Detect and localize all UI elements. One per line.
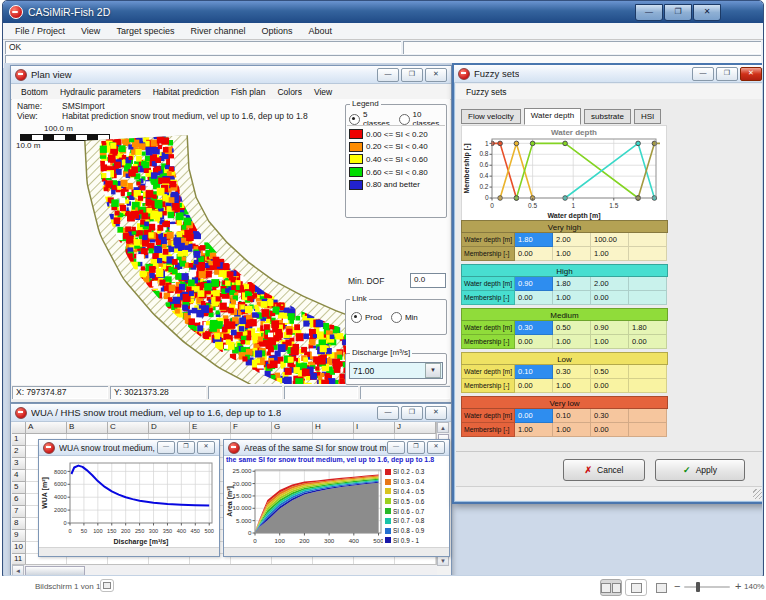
plan-close-button[interactable]: ✕ [425,68,447,82]
fuzzy-value-cell[interactable]: 1.00 [553,335,591,349]
tab-substrate[interactable]: substrate [584,109,631,124]
column-header-H[interactable]: H [313,422,354,434]
plan-menu-fish-plan[interactable]: Fish plan [225,87,272,97]
plan-minimize-button[interactable]: — [377,68,399,82]
fuzzy-minimize-button[interactable]: — [692,67,714,81]
fuzzy-value-cell[interactable]: 0.50 [553,321,591,335]
zoom-slider-thumb[interactable] [696,582,700,592]
screen-icon[interactable] [100,579,114,592]
fuzzy-value-cell[interactable]: 0.50 [591,365,629,379]
menu-river-channel[interactable]: River channel [182,25,253,37]
fuzzy-value-cell[interactable] [629,291,667,305]
fuzzy-value-cell[interactable]: 1.00 [553,379,591,393]
zoom-in-icon[interactable]: + [735,580,741,592]
column-header-E[interactable]: E [190,422,231,434]
fuzzy-value-cell[interactable] [629,379,667,393]
main-titlebar[interactable]: CASiMiR-Fish 2D — ❐ ✕ [3,1,763,23]
resize-grip[interactable] [753,489,762,499]
fuzzy-maximize-button[interactable]: ❐ [716,67,738,81]
fuzzy-value-cell[interactable]: 0.10 [553,409,591,423]
apply-button[interactable]: ✓ Apply [655,459,745,481]
close-button[interactable]: ✕ [693,4,721,21]
fuzzy-value-cell[interactable]: 0.00 [591,423,629,437]
radio-5-classes[interactable] [349,114,360,125]
row-header-4[interactable]: 4 [12,470,26,482]
radio-min[interactable] [391,312,402,323]
row-header-3[interactable]: 3 [12,458,26,470]
plan-menu-hydraulic-parameters[interactable]: Hydraulic parameters [54,87,147,97]
two-page-view-icon[interactable] [600,579,622,596]
fuzzy-value-cell[interactable]: 0.00 [515,409,553,423]
tab-flow-velocity[interactable]: Flow velocity [461,109,521,124]
column-header-F[interactable]: F [231,422,272,434]
column-header-J[interactable]: J [395,422,436,434]
plan-menu-bottom[interactable]: Bottom [15,87,54,97]
fuzzy-value-cell[interactable]: 0.00 [591,291,629,305]
row-header-5[interactable]: 5 [12,482,26,494]
fuzzy-value-cell[interactable]: 0.00 [591,379,629,393]
cancel-button[interactable]: ✗ Cancel [563,459,645,481]
row-header-7[interactable]: 7 [12,506,26,518]
fuzzy-titlebar[interactable]: Fuzzy sets — ❐ ✕ [454,65,762,83]
fuzzy-value-cell[interactable]: 1.00 [515,423,553,437]
scroll-left-icon[interactable]: ◄ [12,565,24,575]
single-page-view-icon[interactable] [625,579,647,596]
fuzzy-value-cell[interactable]: 0.90 [515,277,553,291]
fuzzy-close-button[interactable]: ✕ [740,67,762,81]
minimize-button[interactable]: — [157,441,175,454]
maximize-button[interactable]: ❐ [177,441,195,454]
column-header-C[interactable]: C [108,422,149,434]
fuzzy-value-cell[interactable]: 0.10 [515,365,553,379]
column-header-A[interactable]: A [26,422,67,434]
tab-hsi[interactable]: HSI [634,109,661,124]
scroll-up-icon[interactable]: ▲ [437,422,449,433]
plan-menu-view[interactable]: View [308,87,338,97]
fuzzy-value-cell[interactable]: 0.00 [629,335,667,349]
plan-menu-colors[interactable]: Colors [271,87,308,97]
plan-maximize-button[interactable]: ❐ [401,68,423,82]
column-header-B[interactable]: B [67,422,108,434]
fuzzy-value-cell[interactable]: 0.30 [515,321,553,335]
fuzzy-value-cell[interactable]: 1.80 [515,233,553,247]
horizontal-scroll-thumb[interactable] [25,566,85,575]
close-button[interactable]: ✕ [427,441,445,454]
fuzzy-value-cell[interactable] [629,409,667,423]
wua-titlebar[interactable]: WUA / HHS snow trout medium, vel up to 1… [11,404,451,422]
fuzzy-value-cell[interactable]: 2.00 [553,233,591,247]
horizontal-scrollbar[interactable]: ◄ [12,564,437,575]
fuzzy-value-cell[interactable]: 2.00 [591,277,629,291]
fuzzy-value-cell[interactable]: 1.00 [553,291,591,305]
minimize-button[interactable]: — [387,441,405,454]
wua-minimize-button[interactable]: — [377,406,399,420]
column-header-I[interactable]: I [354,422,395,434]
menu-fuzzy-sets[interactable]: Fuzzy sets [460,87,513,97]
row-header-9[interactable]: 9 [12,530,26,542]
menu-file-project[interactable]: File / Project [7,25,73,37]
wua-close-button[interactable]: ✕ [425,406,447,420]
maximize-button[interactable]: ❐ [664,4,692,21]
maximize-button[interactable]: ❐ [407,441,425,454]
close-button[interactable]: ✕ [197,441,215,454]
column-header-G[interactable]: G [272,422,313,434]
minimize-button[interactable]: — [635,4,663,21]
fuzzy-value-cell[interactable]: 0.90 [591,321,629,335]
fuzzy-value-cell[interactable]: 0.00 [515,247,553,261]
fuzzy-value-cell[interactable]: 1.80 [629,321,667,335]
radio-10-classes[interactable] [399,114,410,125]
menu-about[interactable]: About [300,25,340,37]
radio-prod[interactable] [351,312,362,323]
column-header-D[interactable]: D [149,422,190,434]
menu-target-species[interactable]: Target species [108,25,182,37]
fuzzy-value-cell[interactable] [629,277,667,291]
fuzzy-value-cell[interactable] [629,233,667,247]
min-dof-input[interactable]: 0.0 [410,273,446,288]
fuzzy-value-cell[interactable] [629,365,667,379]
tab-water-depth[interactable]: Water depth [524,108,581,125]
plan-view-titlebar[interactable]: Plan view — ❐ ✕ [11,66,451,84]
row-header-10[interactable]: 10 [12,542,26,554]
fuzzy-value-cell[interactable]: 1.80 [553,277,591,291]
si-areas-titlebar[interactable]: Areas of the same SI for snow trout m...… [224,440,449,456]
wua-chart-titlebar[interactable]: WUA snow trout medium, v... — ❐ ✕ [39,440,219,456]
fuzzy-value-cell[interactable]: 0.30 [591,409,629,423]
fuzzy-value-cell[interactable]: 1.00 [591,247,629,261]
